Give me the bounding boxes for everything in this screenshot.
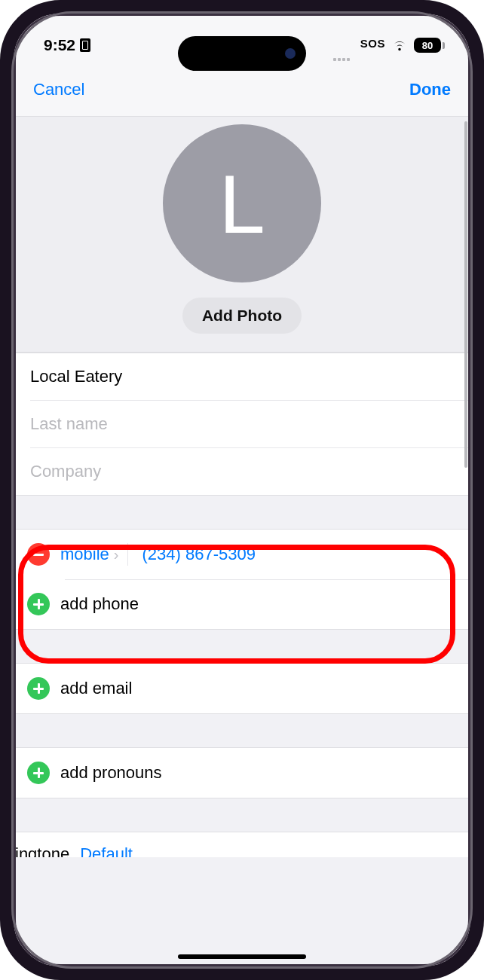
pronouns-section: add pronouns [14, 747, 470, 798]
wifi-icon [391, 37, 408, 53]
phone-section: mobile › (234) 867-5309 add phone [14, 529, 470, 630]
ringtone-label: ingtone [15, 844, 69, 857]
volume-switch [0, 158, 2, 188]
scroll-indicator[interactable] [464, 121, 467, 468]
last-name-field[interactable]: Last name [30, 400, 470, 447]
add-pronouns-label: add pronouns [60, 763, 162, 783]
chevron-right-icon: › [114, 546, 119, 563]
phone-row[interactable]: mobile › (234) 867-5309 [14, 530, 470, 579]
ringtone-row[interactable]: ingtone Default [14, 832, 470, 857]
add-phone-label: add phone [60, 594, 139, 614]
add-phone-row[interactable]: add phone [14, 579, 470, 629]
cancel-button[interactable]: Cancel [33, 80, 84, 99]
screen: 9:52 SOS 80 Cancel Done L [14, 14, 470, 966]
ringtone-value: Default [80, 844, 133, 857]
sos-indicator: SOS [360, 37, 385, 50]
remove-icon[interactable] [27, 543, 50, 566]
phone-label: mobile [60, 545, 109, 564]
sim-icon [80, 38, 90, 52]
battery-level: 80 [414, 38, 441, 53]
battery-icon: 80 [414, 38, 445, 53]
cellular-dots-icon [333, 58, 358, 61]
add-icon[interactable] [27, 762, 50, 784]
spacer [14, 798, 470, 832]
spacer [14, 630, 470, 663]
home-indicator[interactable] [178, 954, 306, 959]
content-area: L Add Photo Local Eatery Last name Compa… [14, 117, 470, 966]
add-icon[interactable] [27, 677, 50, 700]
add-photo-button[interactable]: Add Photo [182, 298, 302, 334]
contact-avatar[interactable]: L [163, 124, 321, 282]
company-field[interactable]: Company [30, 447, 470, 495]
status-time: 9:52 [44, 36, 75, 54]
email-section: add email [14, 663, 470, 714]
nav-bar: Cancel Done [14, 66, 470, 117]
avatar-initial: L [219, 156, 265, 252]
phone-label-button[interactable]: mobile › [60, 543, 128, 566]
add-email-row[interactable]: add email [14, 664, 470, 713]
first-name-field[interactable]: Local Eatery [14, 353, 470, 400]
name-field-group: Local Eatery Last name Company [14, 353, 470, 496]
dynamic-island [178, 36, 306, 71]
add-icon[interactable] [27, 593, 50, 615]
volume-up [0, 215, 2, 271]
add-pronouns-row[interactable]: add pronouns [14, 748, 470, 798]
spacer [14, 714, 470, 747]
add-email-label: add email [60, 679, 132, 698]
avatar-section: L Add Photo [14, 117, 470, 353]
spacer [14, 496, 470, 529]
done-button[interactable]: Done [409, 80, 451, 99]
volume-down [0, 290, 2, 347]
phone-number-field[interactable]: (234) 867-5309 [139, 545, 255, 564]
